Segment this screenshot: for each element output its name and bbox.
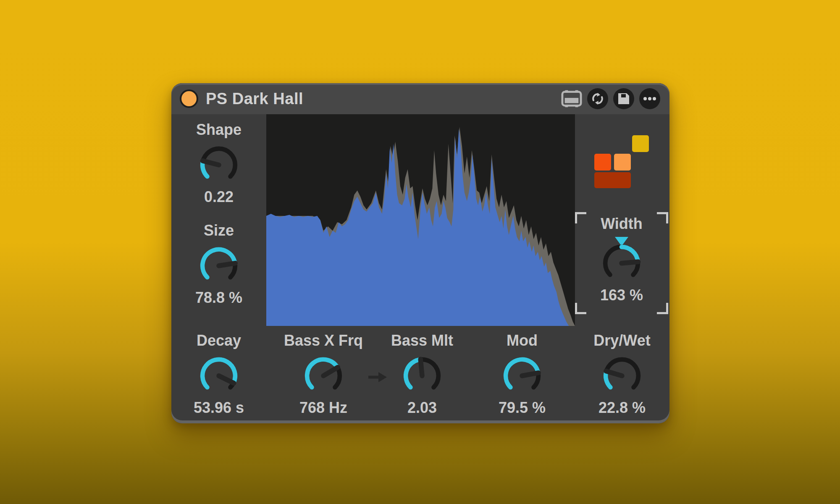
mod-label: Mod (476, 331, 568, 350)
width-label: Width (575, 214, 668, 234)
logo-square-orange (594, 154, 611, 171)
logo-square-light-orange (614, 154, 631, 171)
logo-square-yellow (632, 135, 649, 152)
hot-swap-button[interactable] (587, 88, 608, 109)
shape-value: 0.22 (173, 187, 265, 207)
device-activator-toggle[interactable] (180, 89, 198, 108)
ps-dark-hall-device: PS Dark Hall (171, 83, 669, 423)
width-value: 163 % (575, 286, 668, 305)
bass-x-frq-value: 768 Hz (277, 398, 370, 417)
logo-square-dark-red (594, 172, 631, 188)
device-title-bar: PS Dark Hall (171, 83, 669, 114)
dry-wet-value: 22.8 % (576, 398, 668, 417)
bass-mlt-value: 2.03 (376, 398, 468, 417)
decay-value: 53.96 s (173, 398, 265, 417)
decay-knob[interactable] (197, 353, 241, 397)
size-knob[interactable] (197, 243, 241, 287)
width-knob[interactable] (599, 240, 644, 285)
device-editor-icon (561, 89, 582, 108)
bass-mlt-knob[interactable] (400, 353, 444, 397)
size-label: Size (173, 221, 265, 240)
device-title: PS Dark Hall (206, 90, 303, 108)
save-preset-button[interactable] (613, 88, 634, 109)
more-options-button[interactable] (639, 88, 660, 109)
spectrum-front (266, 129, 575, 326)
mod-knob[interactable] (500, 353, 544, 397)
bass-x-frq-label: Bass X Frq (277, 331, 370, 350)
bass-x-frq-knob[interactable] (301, 353, 346, 397)
shape-label: Shape (173, 120, 265, 139)
plugin-logo (594, 135, 650, 188)
size-value: 78.8 % (173, 288, 265, 307)
dry-wet-label: Dry/Wet (576, 331, 668, 350)
decay-label: Decay (173, 331, 265, 350)
mod-value: 79.5 % (476, 398, 568, 417)
desktop-background: PS Dark Hall (0, 0, 840, 504)
reverb-spectrum-display (266, 114, 575, 326)
hot-swap-icon (591, 92, 604, 105)
shape-knob[interactable] (197, 142, 241, 186)
bass-mlt-label: Bass Mlt (376, 331, 468, 350)
save-preset-icon (617, 92, 630, 105)
device-editor-button[interactable] (561, 88, 582, 109)
more-options-icon (643, 97, 656, 101)
dry-wet-knob[interactable] (600, 353, 644, 397)
